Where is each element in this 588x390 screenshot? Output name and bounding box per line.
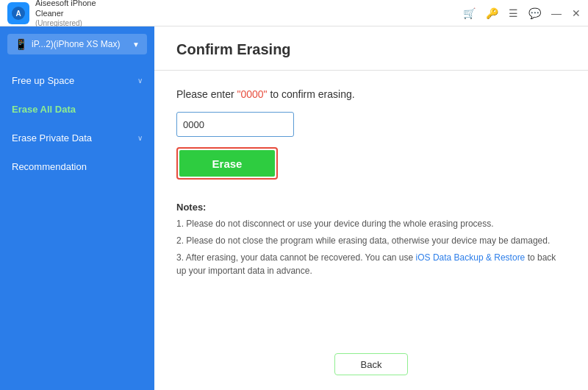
app-logo: A xyxy=(7,2,29,24)
svg-text:A: A xyxy=(15,10,21,18)
content-header: Confirm Erasing xyxy=(154,26,588,71)
back-button[interactable]: Back xyxy=(334,353,408,375)
chevron-right-icon: ∨ xyxy=(137,77,143,85)
title-bar: A Aiseesoft iPhone Cleaner (Unregistered… xyxy=(0,0,588,26)
content-body: Please enter "0000" to confirm erasing. … xyxy=(154,71,588,346)
minimize-button[interactable]: — xyxy=(551,7,562,19)
phone-icon: 📱 xyxy=(15,38,27,50)
sidebar-item-free-up-space[interactable]: Free up Space ∨ xyxy=(0,66,154,95)
main-layout: 📱 iP...2)(iPhone XS Max) ▼ Free up Space… xyxy=(0,26,588,390)
device-selector[interactable]: 📱 iP...2)(iPhone XS Max) ▼ xyxy=(7,34,147,54)
sidebar-item-recommendation[interactable]: Recommendation xyxy=(0,152,154,181)
ios-backup-link[interactable]: iOS Data Backup & Restore xyxy=(416,252,526,263)
app-title: Aiseesoft iPhone Cleaner (Unregistered) xyxy=(35,0,96,28)
content-area: Confirm Erasing Please enter "0000" to c… xyxy=(154,26,588,390)
chevron-down-icon: ▼ xyxy=(132,40,140,49)
confirm-text: Please enter "0000" to confirm erasing. xyxy=(176,88,566,100)
note-item-1: 1. Please do not disconnect or use your … xyxy=(176,217,566,230)
back-button-area: Back xyxy=(154,346,588,390)
note-item-2: 2. Please do not close the program while… xyxy=(176,234,566,247)
sidebar-menu: Free up Space ∨ Erase All Data Erase Pri… xyxy=(0,66,154,181)
erase-button-wrapper: Erase xyxy=(176,147,278,180)
page-title: Confirm Erasing xyxy=(176,41,566,58)
note-item-3: 3. After erasing, your data cannot be re… xyxy=(176,251,566,277)
menu-icon[interactable]: ☰ xyxy=(509,7,518,19)
chat-icon[interactable]: 💬 xyxy=(528,7,541,19)
cart-icon[interactable]: 🛒 xyxy=(463,7,476,19)
key-icon[interactable]: 🔑 xyxy=(486,7,498,19)
sidebar-item-erase-all-data[interactable]: Erase All Data xyxy=(0,95,154,124)
sidebar-item-erase-private-data[interactable]: Erase Private Data ∨ xyxy=(0,124,154,152)
title-bar-left: A Aiseesoft iPhone Cleaner (Unregistered… xyxy=(7,0,96,28)
erase-button[interactable]: Erase xyxy=(179,150,275,177)
sidebar: 📱 iP...2)(iPhone XS Max) ▼ Free up Space… xyxy=(0,26,154,390)
chevron-right-icon-2: ∨ xyxy=(137,134,143,142)
notes-section: Notes: 1. Please do not disconnect or us… xyxy=(176,202,566,277)
code-input[interactable] xyxy=(176,112,294,137)
notes-title: Notes: xyxy=(176,202,566,213)
close-button[interactable]: ✕ xyxy=(572,7,581,19)
device-label: iP...2)(iPhone XS Max) xyxy=(32,39,121,49)
title-bar-controls: 🛒 🔑 ☰ 💬 — ✕ xyxy=(463,7,581,19)
